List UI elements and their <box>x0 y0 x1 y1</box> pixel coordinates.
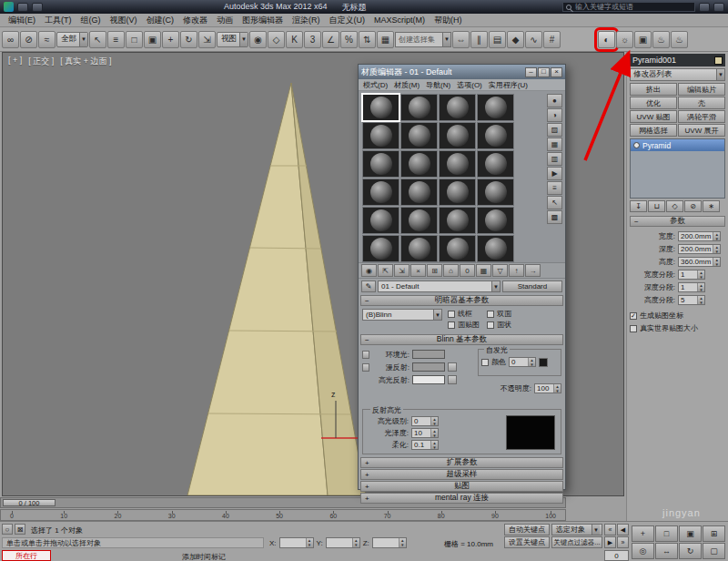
rollout-shader-basic[interactable]: 明暗器基本参数 <box>360 295 563 306</box>
viewport-menu-pov[interactable]: [ 正交 ] <box>28 56 54 67</box>
opacity-spinner[interactable]: 100▴▾ <box>534 383 561 393</box>
shader-flag-checkbox[interactable]: 双面 <box>487 309 519 319</box>
material-type-button[interactable]: Standard <box>502 280 562 292</box>
material-editor-icon[interactable]: ◐ <box>598 31 615 48</box>
layer-manager-icon[interactable]: ▤ <box>489 31 506 48</box>
show-end-result-icon[interactable]: ▽ <box>492 264 508 277</box>
go-to-start-icon[interactable]: « <box>604 524 616 536</box>
graphite-ribbon-icon[interactable]: ◆ <box>507 31 524 48</box>
add-time-tag[interactable]: 添加时间标记 <box>182 552 226 561</box>
select-and-rotate-icon[interactable]: ↻ <box>180 31 197 48</box>
isolate-selection-icon[interactable]: ○ <box>2 524 13 535</box>
material-sample-slot[interactable] <box>439 207 476 234</box>
time-slider-handle[interactable]: 0 / 100 <box>3 499 56 506</box>
spinner-arrows-icon[interactable]: ▴▾ <box>528 358 535 366</box>
quick-access-icon[interactable] <box>17 3 28 12</box>
shader-flag-checkbox[interactable]: 面贴图 <box>448 320 480 330</box>
bind-to-space-warp-icon[interactable]: ≈ <box>38 31 56 48</box>
go-forward-to-sibling-icon[interactable]: → <box>525 264 541 277</box>
selection-filter-dropdown[interactable]: 全部▼ <box>56 32 88 47</box>
schematic-view-icon[interactable]: # <box>543 31 561 48</box>
selfillum-color-swatch[interactable] <box>539 358 548 367</box>
menu-item[interactable]: MAXScript(M) <box>369 15 430 25</box>
select-by-material-icon[interactable]: ↖ <box>547 196 562 209</box>
spinner-arrows-icon[interactable]: ▴▾ <box>697 296 704 304</box>
spinner-arrows-icon[interactable]: ▴▾ <box>697 283 704 291</box>
zoom-icon[interactable]: + <box>632 525 654 542</box>
key-mode-dropdown[interactable]: 选定对象▼ <box>551 524 602 536</box>
z-coordinate-field[interactable]: ▴▾ <box>372 537 407 548</box>
sample-tiling-icon[interactable]: ▦ <box>547 138 562 151</box>
spinner-arrows-icon[interactable]: ▴▾ <box>306 538 313 547</box>
material-sample-slot[interactable] <box>400 207 438 234</box>
background-icon[interactable]: ▨ <box>547 123 562 137</box>
value-spinner[interactable]: 200.0mm▴▾ <box>678 231 721 241</box>
parameter-checkbox[interactable]: 生成贴图坐标 <box>630 311 725 321</box>
search-input[interactable]: 输入关键字或短语 <box>562 2 695 12</box>
material-name-dropdown[interactable]: 01 - Default▼ <box>378 280 500 292</box>
spinner-arrows-icon[interactable]: ▴▾ <box>713 232 720 240</box>
maxscript-mini-listener[interactable]: 所在行 <box>2 550 51 561</box>
ambient-color-swatch[interactable] <box>412 350 445 359</box>
spinner-arrows-icon[interactable]: ▴▾ <box>553 384 561 393</box>
zoom-extents-all-icon[interactable]: ⊞ <box>703 525 725 542</box>
show-end-result-icon[interactable]: ⊔ <box>648 200 665 212</box>
render-setup-icon[interactable]: ☼ <box>616 31 633 48</box>
pin-stack-icon[interactable]: ↧ <box>630 200 647 212</box>
spinner-arrows-icon[interactable]: ▴▾ <box>697 270 704 279</box>
reset-map-icon[interactable]: × <box>410 264 426 277</box>
edit-named-selection-sets-icon[interactable]: ▦ <box>377 31 394 48</box>
select-and-manipulate-icon[interactable]: ◇ <box>268 31 285 48</box>
modifier-list-dropdown[interactable]: 修改器列表 ▼ <box>630 68 725 81</box>
go-to-end-icon[interactable]: » <box>617 536 629 548</box>
show-map-in-viewport-icon[interactable]: ▦ <box>476 264 491 277</box>
value-spinner[interactable]: 1▴▾ <box>678 282 705 292</box>
object-name-field[interactable]: Pyramid001 <box>630 54 725 66</box>
menu-item[interactable]: 动画 <box>212 15 238 26</box>
current-frame-field[interactable]: 0 <box>604 550 629 561</box>
value-spinner[interactable]: 200.0mm▴▾ <box>678 244 721 254</box>
material-sample-slot[interactable] <box>439 178 476 206</box>
material-sample-slot[interactable] <box>400 178 438 206</box>
play-icon[interactable]: ▶ <box>604 536 616 548</box>
modifier-button[interactable]: 编辑贴片 <box>678 83 725 96</box>
window-crossing-icon[interactable]: ▣ <box>144 31 161 48</box>
material-sample-slot[interactable] <box>439 235 476 262</box>
object-color-swatch[interactable] <box>714 56 723 65</box>
modifier-button[interactable]: 优化 <box>630 97 677 109</box>
get-material-icon[interactable]: ◉ <box>361 264 377 277</box>
material-sample-slot[interactable] <box>439 150 476 178</box>
material-sample-slot[interactable] <box>362 122 399 149</box>
keyboard-override-icon[interactable]: K <box>286 31 303 48</box>
modifier-button[interactable]: 壳 <box>678 97 725 109</box>
close-button[interactable]: × <box>551 67 562 77</box>
diffuse-map-button[interactable] <box>448 362 457 372</box>
previous-frame-icon[interactable]: ◀ <box>617 524 629 536</box>
menu-item[interactable]: 渲染(R) <box>288 15 325 26</box>
select-and-move-icon[interactable]: + <box>162 31 179 48</box>
material-editor-menu-item[interactable]: 模式(D) <box>360 80 390 90</box>
rectangular-selection-icon[interactable]: □ <box>126 31 143 48</box>
rendered-frame-window-icon[interactable]: ▣ <box>634 31 652 48</box>
render-iterative-icon[interactable]: ♨ <box>671 31 688 48</box>
collapsed-rollout-header[interactable]: mental ray 连接 <box>360 493 563 504</box>
make-preview-icon[interactable]: ▶ <box>547 167 562 180</box>
material-sample-slot[interactable] <box>400 150 438 178</box>
parameter-checkbox[interactable]: 真实世界贴图大小 <box>630 323 725 333</box>
material-sample-slot[interactable] <box>400 235 438 262</box>
stack-item-pyramid[interactable]: Pyramid <box>631 139 724 151</box>
percent-snap-icon[interactable]: % <box>340 31 358 48</box>
viewport-menu-general[interactable]: [ + ] <box>8 56 22 67</box>
reference-coordinate-dropdown[interactable]: 视图▼ <box>217 32 248 47</box>
go-to-parent-icon[interactable]: ↑ <box>509 264 524 277</box>
specular-map-button[interactable] <box>448 375 457 384</box>
named-selection-set-combo[interactable]: 创建选择集▼ <box>395 32 451 47</box>
material-sample-slot[interactable] <box>439 94 476 121</box>
menu-item[interactable]: 工具(T) <box>40 15 76 26</box>
modifier-button[interactable]: 涡轮平滑 <box>678 110 725 123</box>
collapsed-rollout-header[interactable]: 超级采样 <box>360 469 563 480</box>
selfillum-spinner[interactable]: 0▴▾ <box>509 357 536 367</box>
spinner-snap-icon[interactable]: ⇅ <box>359 31 376 48</box>
track-bar-ruler[interactable]: 0102030405060708090100 <box>0 509 566 521</box>
menu-item[interactable]: 自定义(U) <box>325 15 370 26</box>
